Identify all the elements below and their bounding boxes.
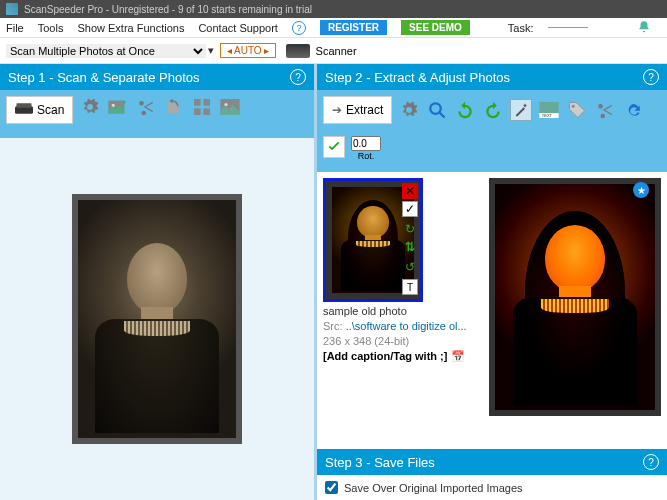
refresh-icon[interactable] [622,99,644,121]
menu-contact-support[interactable]: Contact Support [198,22,278,34]
calendar-icon[interactable]: 📅 [451,350,465,362]
svg-point-17 [572,105,575,108]
caption-field[interactable]: [Add caption/Tag with ;] 📅 [323,350,483,363]
task-field[interactable] [548,27,588,28]
scan-button[interactable]: Scan [6,96,73,124]
step1-viewer[interactable] [0,138,314,500]
step2-body: ✕ ✓ ↻ ⇅ ↺ T sample old photo Src: ..\sof… [317,172,667,449]
rotate-left-icon[interactable] [454,99,476,121]
save-over-label: Save Over Original Imported Images [344,482,523,494]
register-button[interactable]: REGISTER [320,20,387,35]
photo-thumbnail[interactable]: ✕ ✓ ↻ ⇅ ↺ T [323,178,423,302]
auto-button[interactable]: ◂AUTO▸ [220,43,276,58]
confirm-icon[interactable] [323,136,345,158]
step2-toolbar: ➔Extract TEXT Rot. [317,90,667,172]
thumb-rotate-icon[interactable]: ↻ [402,221,418,237]
task-label: Task: [508,22,534,34]
scan-mode-select[interactable]: Scan Multiple Photos at Once [6,44,206,58]
star-badge-icon[interactable]: ★ [633,182,649,198]
step2-header: Step 2 - Extract & Adjust Photos ? [317,64,667,90]
thumb-text-icon[interactable]: T [402,279,418,295]
step3-title: Step 3 - Save Files [325,455,435,470]
magnifier-icon[interactable] [426,99,448,121]
scissors-icon[interactable] [594,99,616,121]
step2-title: Step 2 - Extract & Adjust Photos [325,70,510,85]
thumb-check-icon[interactable]: ✓ [402,201,418,217]
scanned-photo[interactable] [72,194,242,444]
step2-panel: Step 2 - Extract & Adjust Photos ? ➔Extr… [314,64,667,500]
see-demo-button[interactable]: SEE DEMO [401,20,470,35]
thumb-dimensions: 236 x 348 (24-bit) [323,335,483,347]
step3-help-icon[interactable]: ? [643,454,659,470]
thumb-filename: sample old photo [323,305,483,317]
thumb-source: Src: ..\software to digitize ol... [323,320,483,332]
scanner-icon [286,44,310,58]
help-icon[interactable]: ? [292,21,306,35]
bell-icon[interactable] [637,20,661,36]
svg-rect-7 [204,99,211,106]
step1-help-icon[interactable]: ? [290,69,306,85]
preview-wrap: ★ [489,178,661,443]
step1-toolbar: Scan + [0,90,314,138]
svg-rect-8 [194,108,201,115]
menubar: File Tools Show Extra Functions Contact … [0,18,667,38]
svg-text:+: + [122,99,127,107]
rotate-icon[interactable] [163,96,185,118]
scissors-icon[interactable] [135,96,157,118]
step3-header: Step 3 - Save Files ? [317,449,667,475]
svg-point-12 [431,103,442,114]
step3-options: Save Over Original Imported Images [317,475,667,500]
thumb-delete-icon[interactable]: ✕ [402,183,418,199]
thumb-rotate2-icon[interactable]: ↺ [402,259,418,275]
rotation-label: Rot. [358,151,375,161]
rotate-right-icon[interactable] [482,99,504,121]
menu-tools[interactable]: Tools [38,22,64,34]
scan-mode-toolbar: Scan Multiple Photos at Once ▾ ◂AUTO▸ Sc… [0,38,667,64]
svg-rect-6 [194,99,201,106]
add-photo-icon[interactable]: + [107,96,129,118]
scanner-label[interactable]: Scanner [316,45,357,57]
rotation-input[interactable] [351,136,381,151]
svg-rect-14 [540,102,559,113]
titlebar: ScanSpeeder Pro - Unregistered - 9 of 10… [0,0,667,18]
enhanced-preview[interactable] [489,178,661,416]
step1-panel: Step 1 - Scan & Separate Photos ? Scan + [0,64,314,500]
menu-file[interactable]: File [6,22,24,34]
step2-help-icon[interactable]: ? [643,69,659,85]
gear-icon[interactable] [79,96,101,118]
step1-title: Step 1 - Scan & Separate Photos [8,70,200,85]
photo-icon[interactable] [219,96,241,118]
tag-icon[interactable] [566,99,588,121]
step1-header: Step 1 - Scan & Separate Photos ? [0,64,314,90]
text-overlay-icon[interactable]: TEXT [538,99,560,121]
grid-icon[interactable] [191,96,213,118]
window-title: ScanSpeeder Pro - Unregistered - 9 of 10… [24,4,312,15]
svg-rect-9 [204,108,211,115]
save-over-checkbox[interactable] [325,481,338,494]
svg-point-11 [225,103,228,106]
svg-rect-1 [17,103,32,108]
svg-text:TEXT: TEXT [542,113,553,118]
extract-button[interactable]: ➔Extract [323,96,392,124]
menu-show-extra[interactable]: Show Extra Functions [77,22,184,34]
svg-line-13 [440,112,445,117]
thumb-flip-icon[interactable]: ⇅ [402,239,418,255]
magic-wand-icon[interactable] [510,99,532,121]
app-icon [6,3,18,15]
gear-icon[interactable] [398,99,420,121]
thumbnail-column: ✕ ✓ ↻ ⇅ ↺ T sample old photo Src: ..\sof… [323,178,483,443]
